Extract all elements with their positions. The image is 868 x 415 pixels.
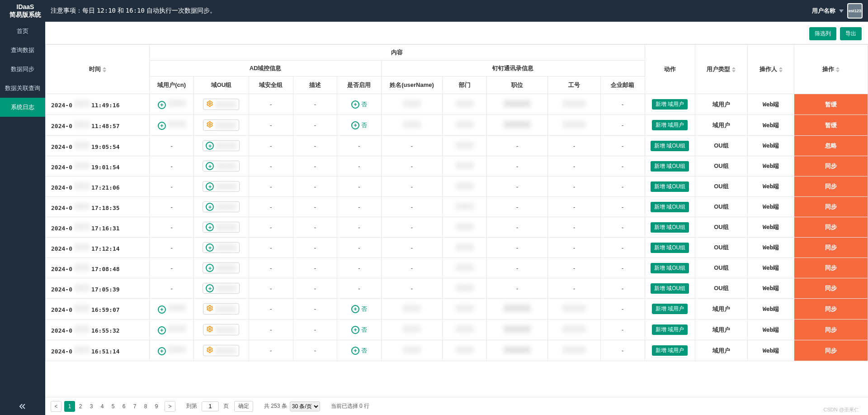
action-badge[interactable]: 新增 域OU组 [651, 202, 689, 212]
action-badge[interactable]: 新增 域OU组 [651, 161, 689, 172]
cell-operation[interactable]: 同步 [794, 278, 868, 299]
sidebar-item-0[interactable]: 首页 [0, 22, 45, 41]
cell-operation[interactable]: 同步 [794, 320, 868, 340]
log-table[interactable]: 时间 内容 动作 用户类型 操作人 操作 AD域控信息 钉钉通讯录信息 [45, 44, 868, 397]
cell-operation[interactable]: 同步 [794, 340, 868, 361]
action-badge[interactable]: 新增 域用户 [652, 345, 688, 356]
page-9[interactable]: 9 [151, 401, 162, 412]
table-row[interactable]: 2024-019:01:54-+ -------新增 域OU组OU组Web端同步 [46, 156, 868, 176]
goto-confirm-button[interactable]: 确定 [234, 401, 253, 412]
plus-circle-icon[interactable]: + [206, 142, 214, 150]
cell-operation[interactable]: 同步 [794, 299, 868, 320]
table-row[interactable]: 2024-017:12:14-+ -------新增 域OU组OU组Web端同步 [46, 238, 868, 258]
th-time[interactable]: 时间 [46, 45, 150, 94]
chevron-double-left-icon [19, 403, 26, 411]
action-badge[interactable]: 新增 域OU组 [651, 243, 689, 253]
plus-circle-icon[interactable]: + [351, 347, 359, 355]
cell-ou: + [194, 136, 249, 156]
cell-operation[interactable]: 忽略 [794, 136, 868, 156]
page-6[interactable]: 6 [118, 401, 129, 412]
action-badge[interactable]: 新增 域OU组 [651, 181, 689, 192]
page-8[interactable]: 8 [140, 401, 151, 412]
plus-circle-icon[interactable]: + [206, 203, 214, 211]
avatar[interactable]: est123 [847, 3, 863, 19]
action-badge[interactable]: 新增 域OU组 [651, 141, 689, 151]
cell-operation[interactable]: 暂缓 [794, 94, 868, 115]
plus-circle-icon[interactable]: + [206, 162, 214, 170]
cell-empno: - [548, 217, 601, 238]
page-2[interactable]: 2 [75, 401, 86, 412]
table-row[interactable]: 2024-011:49:16+ --+ 否-新增 域用户域用户Web端暂缓 [46, 94, 868, 115]
table-row[interactable]: 2024-017:16:31-+ -------新增 域OU组OU组Web端同步 [46, 217, 868, 238]
plus-circle-icon[interactable]: + [351, 121, 359, 129]
cell-operation[interactable]: 同步 [794, 156, 868, 176]
table-row[interactable]: 2024-016:59:07+ --+ 否-新增 域用户域用户Web端同步 [46, 299, 868, 320]
cell-operation[interactable]: 同步 [794, 176, 868, 197]
cell-action: 新增 域OU组 [645, 197, 695, 217]
plus-circle-icon[interactable]: + [158, 347, 166, 355]
plus-circle-icon[interactable]: + [206, 182, 214, 191]
plus-circle-icon[interactable]: + [206, 284, 214, 292]
th-operation[interactable]: 操作 [794, 45, 868, 94]
cell-operation[interactable]: 同步 [794, 238, 868, 258]
page-size-select[interactable]: 30 条/页 [290, 401, 320, 411]
plus-circle-icon[interactable]: + [206, 223, 214, 231]
sidebar-item-2[interactable]: 数据同步 [0, 60, 45, 79]
sidebar-item-3[interactable]: 数据关联查询 [0, 79, 45, 98]
page-5[interactable]: 5 [108, 401, 118, 412]
sidebar-item-1[interactable]: 查询数据 [0, 41, 45, 60]
plus-circle-icon[interactable]: + [206, 243, 214, 252]
action-badge[interactable]: 新增 域用户 [652, 304, 688, 314]
pagination-bar: < 123456789 > 到第 页 确定 共 253 条 30 条/页 当前已… [45, 397, 868, 415]
page-3[interactable]: 3 [86, 401, 97, 412]
action-badge[interactable]: 新增 域用户 [652, 120, 688, 130]
svg-marker-3 [732, 67, 736, 69]
action-badge[interactable]: 新增 域OU组 [651, 263, 689, 273]
user-area[interactable]: 用户名称 est123 [812, 3, 863, 19]
plus-circle-icon[interactable]: + [158, 101, 166, 109]
plus-circle-icon[interactable]: + [158, 305, 166, 314]
cell-operation[interactable]: 同步 [794, 258, 868, 278]
action-badge[interactable]: 新增 域用户 [652, 324, 688, 335]
plus-circle-icon[interactable]: + [351, 100, 359, 109]
gear-icon [206, 121, 213, 129]
action-badge[interactable]: 新增 域OU组 [651, 283, 689, 294]
page-1[interactable]: 1 [64, 401, 75, 412]
page-4[interactable]: 4 [97, 401, 108, 412]
goto-page-input[interactable] [202, 401, 219, 411]
table-row[interactable]: 2024-017:18:35-+ -------新增 域OU组OU组Web端同步 [46, 197, 868, 217]
plus-circle-icon[interactable]: + [206, 264, 214, 272]
cell-ou: + [194, 197, 249, 217]
table-row[interactable]: 2024-016:51:14+ --+ 否-新增 域用户域用户Web端同步 [46, 340, 868, 361]
table-row[interactable]: 2024-017:21:06-+ -------新增 域OU组OU组Web端同步 [46, 176, 868, 197]
cell-dept [443, 136, 487, 156]
cell-action: 新增 域OU组 [645, 136, 695, 156]
plus-circle-icon[interactable]: + [158, 326, 166, 334]
table-row[interactable]: 2024-017:05:39-+ -------新增 域OU组OU组Web端同步 [46, 278, 868, 299]
plus-circle-icon[interactable]: + [351, 305, 359, 313]
th-usertype[interactable]: 用户类型 [695, 45, 748, 94]
sidebar-collapse[interactable] [0, 399, 45, 415]
table-row[interactable]: 2024-019:05:54-+ -------新增 域OU组OU组Web端忽略 [46, 136, 868, 156]
plus-circle-icon[interactable]: + [351, 326, 359, 334]
th-action: 动作 [645, 45, 695, 94]
action-badge[interactable]: 新增 域用户 [652, 99, 688, 110]
cell-operation[interactable]: 同步 [794, 217, 868, 238]
export-button[interactable]: 导出 [840, 27, 862, 40]
table-row[interactable]: 2024-011:48:57+ --+ 否-新增 域用户域用户Web端暂缓 [46, 115, 868, 136]
cell-enabled: - [337, 176, 382, 197]
cell-operation[interactable]: 暂缓 [794, 115, 868, 136]
cell-email: - [600, 320, 645, 340]
table-row[interactable]: 2024-017:08:48-+ -------新增 域OU组OU组Web端同步 [46, 258, 868, 278]
page-prev[interactable]: < [51, 401, 61, 412]
plus-circle-icon[interactable]: + [158, 122, 166, 130]
sidebar-item-4[interactable]: 系统日志 [0, 98, 45, 117]
table-row[interactable]: 2024-016:55:32+ --+ 否-新增 域用户域用户Web端同步 [46, 320, 868, 340]
filter-columns-button[interactable]: 筛选列 [809, 27, 836, 40]
page-next[interactable]: > [165, 401, 175, 412]
cell-title [486, 115, 548, 136]
cell-operation[interactable]: 同步 [794, 197, 868, 217]
th-operator[interactable]: 操作人 [748, 45, 794, 94]
page-7[interactable]: 7 [129, 401, 140, 412]
action-badge[interactable]: 新增 域OU组 [651, 222, 689, 233]
